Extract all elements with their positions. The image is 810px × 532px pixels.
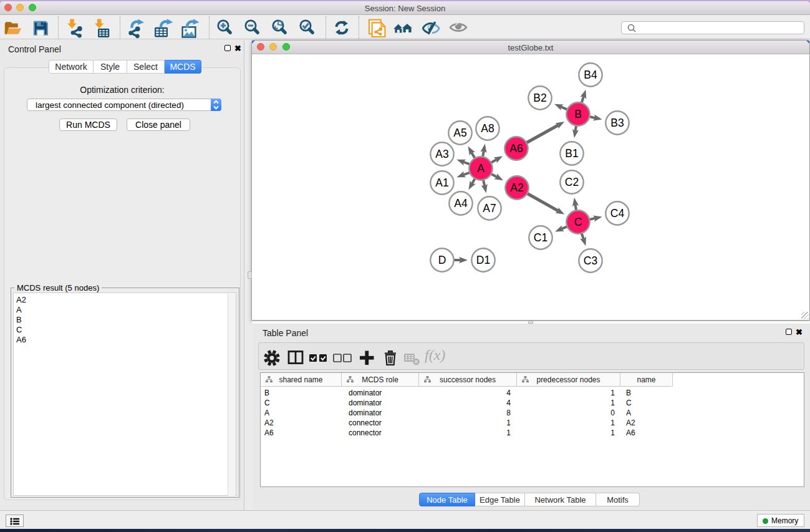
svg-text:A7: A7 [483, 202, 496, 215]
svg-text:D1: D1 [476, 254, 490, 266]
svg-text:A2: A2 [510, 181, 523, 194]
svg-text:B3: B3 [610, 117, 624, 129]
svg-text:A4: A4 [454, 197, 468, 210]
svg-text:A6: A6 [509, 142, 523, 155]
svg-text:D: D [438, 254, 446, 266]
svg-text:C: C [574, 216, 582, 228]
svg-text:C1: C1 [534, 231, 547, 244]
svg-text:A5: A5 [453, 127, 466, 139]
svg-text:B1: B1 [565, 147, 578, 160]
svg-text:C3: C3 [584, 254, 597, 267]
svg-text:C4: C4 [610, 207, 625, 220]
svg-text:B: B [574, 108, 582, 120]
svg-text:C2: C2 [565, 176, 579, 188]
svg-text:A8: A8 [481, 122, 494, 135]
svg-text:A: A [477, 162, 485, 175]
svg-text:B2: B2 [533, 92, 546, 104]
svg-text:A1: A1 [435, 177, 448, 189]
svg-text:A3: A3 [435, 148, 448, 160]
svg-text:B4: B4 [584, 69, 597, 81]
